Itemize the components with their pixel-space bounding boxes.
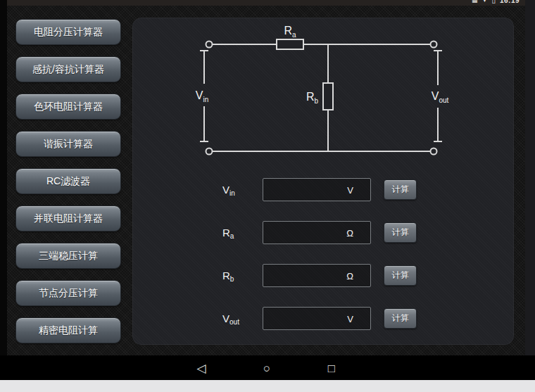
rb-input-box: Ω	[263, 264, 371, 287]
circuit-label-ra: Ra	[284, 25, 296, 39]
android-nav-bar: ◁ ○ □	[0, 355, 535, 380]
sidebar-item-regulator[interactable]: 三端稳压计算	[15, 243, 121, 269]
sidebar-item-voltage-divider[interactable]: 电阻分压计算器	[15, 19, 121, 45]
ra-calculate-button[interactable]: 计算	[384, 222, 417, 243]
page-background-strip	[0, 380, 535, 392]
sidebar-item-precision-resistor[interactable]: 精密电阻计算	[15, 317, 121, 343]
circuit-label-vout: Vout	[432, 90, 449, 104]
vin-input-box: V	[263, 178, 371, 201]
circuit-diagram: Ra Rb Vin Vout	[132, 18, 514, 169]
ra-label: Ra	[222, 227, 263, 239]
rb-calculate-button[interactable]: 计算	[384, 265, 417, 286]
form-row-rb: Rb Ω 计算	[222, 264, 417, 287]
vout-input[interactable]	[263, 308, 370, 329]
circuit-label-vin: Vin	[196, 89, 208, 103]
sidebar-item-reactance[interactable]: 感抗/容抗计算器	[15, 56, 121, 82]
network-icon: ▦	[472, 0, 478, 4]
circuit-wires	[213, 44, 430, 151]
home-icon[interactable]: ○	[263, 362, 270, 374]
calculator-panel: Ra Rb Vin Vout Vin V 计算 Ra Ω 计算 Rb	[132, 18, 514, 345]
ra-input-box: Ω	[263, 221, 371, 244]
resistor-rb-symbol	[323, 83, 333, 110]
wifi-icon: ▼	[482, 0, 487, 4]
form-row-vin: Vin V 计算	[222, 178, 417, 201]
rb-input[interactable]	[263, 265, 370, 286]
sidebar-item-node-divider[interactable]: 节点分压计算	[15, 280, 121, 306]
vin-input[interactable]	[263, 179, 370, 201]
battery-icon: ▯	[491, 0, 496, 4]
ra-input[interactable]	[263, 222, 370, 244]
form-row-vout: Vout V 计算	[222, 307, 417, 330]
back-icon[interactable]: ◁	[196, 362, 206, 374]
vout-input-box: V	[263, 307, 371, 330]
sidebar-item-rc-filter[interactable]: RC滤波器	[15, 168, 121, 194]
status-bar-content: ▦ ▼ ▯ 16:19	[7, 0, 525, 6]
sidebar-item-color-code[interactable]: 色环电阻计算器	[15, 94, 121, 120]
form-row-ra: Ra Ω 计算	[222, 221, 417, 244]
recents-icon[interactable]: □	[328, 362, 335, 374]
circuit-label-rb: Rb	[306, 91, 319, 105]
vin-calculate-button[interactable]: 计算	[384, 179, 417, 200]
device-bezel-right	[525, 0, 535, 355]
sidebar: 电阻分压计算器 感抗/容抗计算器 色环电阻计算器 谐振计算器 RC滤波器 并联电…	[15, 19, 121, 355]
circuit-terminals	[206, 42, 437, 155]
sidebar-item-parallel-resistor[interactable]: 并联电阻计算器	[15, 206, 121, 232]
rb-label: Rb	[222, 270, 263, 282]
vout-calculate-button[interactable]: 计算	[384, 308, 417, 329]
screenshot-stage: ▦ ▼ ▯ 16:19 电阻分压计算器 感抗/容抗计算器 色环电阻计算器 谐振计…	[0, 0, 535, 392]
sidebar-item-resonance[interactable]: 谐振计算器	[15, 131, 121, 157]
status-bar: ▦ ▼ ▯ 16:19	[7, 0, 525, 6]
status-time: 16:19	[500, 0, 520, 4]
vout-label: Vout	[222, 312, 263, 324]
vin-label: Vin	[222, 184, 263, 196]
resistor-ra-symbol	[277, 39, 303, 49]
